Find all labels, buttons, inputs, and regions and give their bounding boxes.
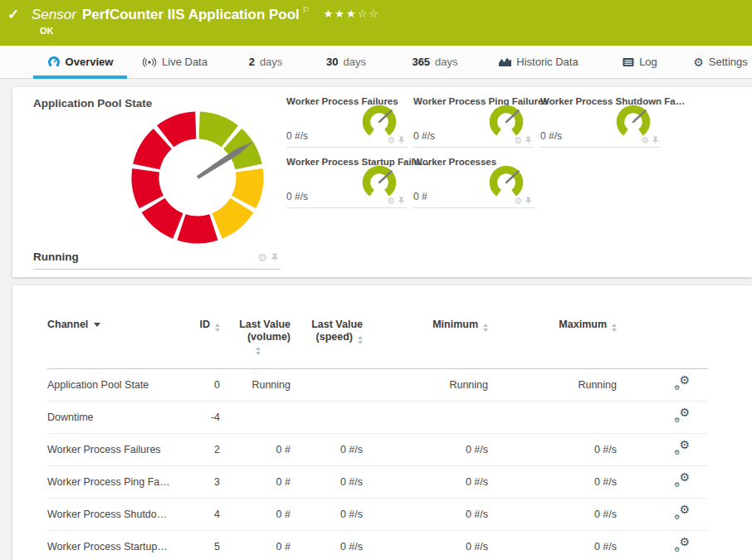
sort-icon xyxy=(358,336,363,344)
pin-icon[interactable] xyxy=(398,136,405,145)
gear-icon[interactable]: ⚙ xyxy=(387,136,395,145)
pin-icon[interactable] xyxy=(525,136,532,145)
cell-last-value-volume: Running xyxy=(220,369,291,402)
tab-label: Settings xyxy=(709,56,748,68)
cell-last-value-volume: 0 # xyxy=(220,499,291,531)
channels-panel: Channel ID Last Value (volume) Last Valu… xyxy=(12,285,752,560)
gear-icon[interactable]: ⚙ xyxy=(641,136,649,145)
cell-id: 5 xyxy=(188,531,220,560)
small-gauges-grid: Worker Process Failures 0 #/s ⚙ Worker P… xyxy=(286,92,668,217)
channel-settings-icon[interactable]: ⚙⚙ xyxy=(674,409,690,423)
gauge-value: 0 #/s xyxy=(286,130,308,142)
cell-minimum: 0 #/s xyxy=(363,499,488,531)
cell-minimum: 0 #/s xyxy=(363,466,488,499)
gear-icon: ⚙ xyxy=(693,56,704,69)
gear-icon[interactable]: ⚙ xyxy=(514,197,522,206)
tab-2-days[interactable]: 2 days xyxy=(237,46,295,78)
channel-settings-icon[interactable]: ⚙⚙ xyxy=(674,538,690,553)
cell-minimum: 0 #/s xyxy=(363,434,488,466)
tab-log[interactable]: Log xyxy=(614,46,666,78)
table-row: Worker Process Failures 2 0 # 0 #/s 0 #/… xyxy=(47,434,708,466)
channel-settings-icon[interactable]: ⚙⚙ xyxy=(674,506,690,520)
pin-icon[interactable] xyxy=(398,197,405,206)
table-row: Worker Process Startup… 5 0 # 0 #/s 0 #/… xyxy=(47,531,708,560)
table-row: Worker Process Shutdo… 4 0 # 0 #/s 0 #/s… xyxy=(47,499,708,531)
gauge-value: 0 # xyxy=(413,191,427,202)
main-gauge-value-row: Running ⚙ xyxy=(33,248,281,270)
table-row: Application Pool State 0 Running Running… xyxy=(47,369,708,402)
cell-maximum: 0 #/s xyxy=(488,531,617,560)
cell-last-value-speed: 0 #/s xyxy=(291,466,363,499)
cell-id: 0 xyxy=(188,369,220,402)
application-pool-state-gauge xyxy=(127,107,268,248)
gauge-cell-worker-process-startup-failures: Worker Process Startup Failu… 0 #/s ⚙ xyxy=(286,153,407,208)
cell-channel: Worker Process Startup… xyxy=(47,531,188,560)
tab-overview[interactable]: Overview xyxy=(33,46,127,78)
status-ok-check-icon: ✓ xyxy=(7,6,19,23)
column-header-channel[interactable]: Channel xyxy=(47,310,188,369)
gauge-value: 0 #/s xyxy=(413,130,435,142)
pin-icon[interactable] xyxy=(525,197,532,206)
cell-minimum xyxy=(363,402,488,434)
column-label: Minimum xyxy=(432,319,478,330)
pin-icon[interactable] xyxy=(271,253,279,263)
gauges-panel: Application Pool State Running ⚙ Worker … xyxy=(12,87,752,277)
tab-label: days xyxy=(435,56,457,68)
area-chart-icon xyxy=(499,56,511,67)
cell-last-value-speed: 0 #/s xyxy=(291,434,363,466)
cell-channel: Worker Process Ping Fa… xyxy=(47,466,188,499)
cell-channel: Application Pool State xyxy=(47,369,188,402)
cell-last-value-speed: 0 #/s xyxy=(291,499,363,531)
gauge-value: 0 #/s xyxy=(540,130,562,142)
column-header-last-value-volume[interactable]: Last Value (volume) xyxy=(220,310,291,369)
tab-365-days[interactable]: 365 days xyxy=(401,46,469,78)
gear-icon[interactable]: ⚙ xyxy=(514,136,522,145)
gauge-cell-worker-processes: Worker Processes 0 # ⚙ xyxy=(413,153,534,208)
tab-30-days[interactable]: 30 days xyxy=(314,46,378,78)
flag-icon[interactable]: ⚐ xyxy=(302,5,310,15)
tab-bar: Overview Live Data 2 days 30 days 365 da… xyxy=(0,46,752,79)
gear-icon[interactable]: ⚙ xyxy=(257,252,267,263)
gauge-title: Worker Process Ping Failures xyxy=(413,96,549,106)
sensor-title: PerfCounter IIS Application Pool xyxy=(82,7,300,22)
gauge-icon xyxy=(47,56,61,69)
main-gauge-value: Running xyxy=(33,251,79,263)
tab-number: 365 xyxy=(412,56,430,68)
priority-stars[interactable]: ★★★☆☆ xyxy=(324,7,380,20)
cell-maximum: 0 #/s xyxy=(488,466,617,499)
tab-number: 2 xyxy=(249,56,255,68)
cell-id: 4 xyxy=(188,499,220,531)
cell-maximum: 0 #/s xyxy=(488,499,617,531)
sort-desc-icon xyxy=(94,323,100,327)
cell-last-value-speed xyxy=(291,402,363,434)
gauge-title: Worker Processes xyxy=(413,157,496,167)
channels-table: Channel ID Last Value (volume) Last Valu… xyxy=(47,310,708,560)
gauge-cell-worker-process-shutdown-failures: Worker Process Shutdown Fa… 0 #/s ⚙ xyxy=(540,92,661,148)
column-header-last-value-speed[interactable]: Last Value (speed) xyxy=(291,310,363,369)
column-header-maximum[interactable]: Maximum xyxy=(488,310,617,369)
sort-icon xyxy=(612,324,617,332)
cell-id: 3 xyxy=(188,466,220,499)
cell-last-value-volume: 0 # xyxy=(220,531,291,560)
column-label: Channel xyxy=(47,319,88,330)
tab-label: Live Data xyxy=(162,56,208,68)
cell-last-value-speed xyxy=(291,369,363,402)
column-header-minimum[interactable]: Minimum xyxy=(363,310,488,369)
gear-icon[interactable]: ⚙ xyxy=(387,197,395,206)
tab-live-data[interactable]: Live Data xyxy=(135,46,214,78)
cell-last-value-volume xyxy=(220,402,291,434)
sort-icon xyxy=(256,347,261,355)
tab-historic-data[interactable]: Historic Data xyxy=(494,46,584,78)
sensor-header: ✓ SensorPerfCounter IIS Application Pool… xyxy=(0,0,752,46)
gauge-value: 0 #/s xyxy=(286,191,308,202)
channel-settings-icon[interactable]: ⚙⚙ xyxy=(674,474,690,488)
table-row: Worker Process Ping Fa… 3 0 # 0 #/s 0 #/… xyxy=(47,466,708,499)
column-header-settings xyxy=(617,310,708,369)
tab-settings[interactable]: ⚙ Settings xyxy=(689,46,752,78)
channel-settings-icon[interactable]: ⚙⚙ xyxy=(674,441,690,455)
column-header-id[interactable]: ID xyxy=(188,310,220,369)
cell-last-value-volume: 0 # xyxy=(220,434,291,466)
pin-icon[interactable] xyxy=(652,136,659,145)
channel-settings-icon[interactable]: ⚙⚙ xyxy=(674,377,690,391)
column-label: ID xyxy=(200,319,211,330)
